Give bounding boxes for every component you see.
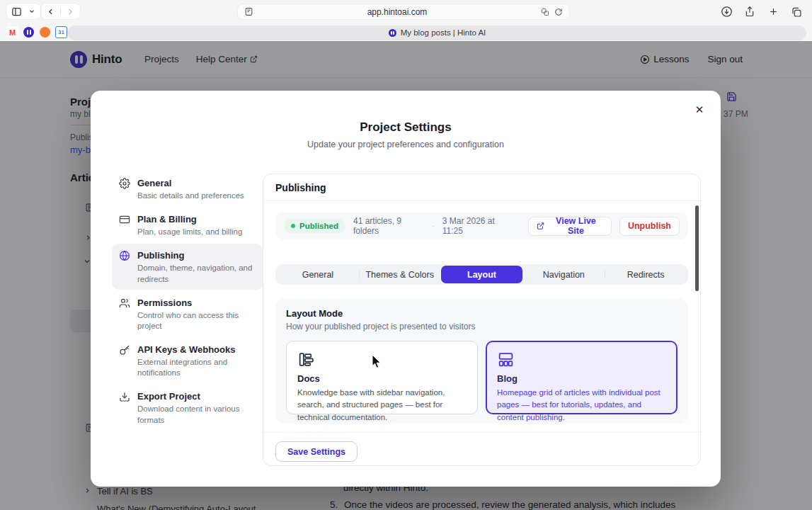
new-tab-icon[interactable] [765, 4, 782, 20]
tab-redirects[interactable]: Redirects [605, 266, 687, 283]
tab-title: My blog posts | Hinto AI [401, 28, 486, 37]
nav-item-label: Publishing [137, 250, 184, 261]
history-nav-group [41, 4, 80, 19]
nav-item-label: API Keys & Webhooks [137, 344, 235, 355]
tab-themes-colors[interactable]: Themes & Colors [359, 266, 441, 283]
nav-item-label: Permissions [137, 298, 192, 308]
nav-item-desc: Download content in various formats [137, 404, 256, 425]
blog-grid-icon [497, 351, 666, 368]
tab-general[interactable]: General [277, 266, 359, 283]
reload-icon[interactable] [554, 8, 563, 16]
active-tab[interactable]: My blog posts | Hinto AI [68, 26, 806, 40]
unpublish-label: Unpublish [628, 221, 671, 231]
tab-favicon-hinto [389, 29, 396, 37]
option-desc: Knowledge base with sidebar navigation, … [297, 387, 467, 424]
modal-title: Project Settings [91, 120, 721, 135]
nav-item-label: Export Project [137, 391, 200, 402]
browser-window: app.hintoai.com M [0, 0, 812, 510]
nav-item-desc: Domain, theme, navigation, and redirects [137, 263, 256, 284]
settings-nav: General Basic details and preferences Pl… [112, 171, 263, 432]
layout-option-docs[interactable]: Docs Knowledge base with sidebar navigat… [286, 341, 478, 414]
gear-icon [119, 178, 130, 189]
settings-nav-export[interactable]: Export Project Download content in vario… [112, 385, 263, 430]
layout-option-blog[interactable]: Blog Homepage grid of articles with indi… [486, 341, 677, 414]
publishing-tabs: General Themes & Colors Layout Navigatio… [275, 264, 688, 285]
publish-status-row: Published 41 articles, 9 folders · 3 Mar… [275, 212, 688, 239]
back-icon[interactable] [41, 4, 60, 19]
users-icon [119, 298, 130, 309]
pinned-tab-hinto-icon[interactable] [23, 26, 35, 38]
docs-layout-icon [297, 351, 467, 368]
download-icon [119, 391, 130, 402]
settings-nav-publishing[interactable]: Publishing Domain, theme, navigation, an… [112, 244, 263, 289]
unpublish-button[interactable]: Unpublish [619, 217, 680, 236]
credit-card-icon [119, 214, 130, 225]
panel-divider [263, 432, 700, 433]
browser-toolbar: app.hintoai.com [0, 0, 812, 23]
settings-nav-general[interactable]: General Basic details and preferences [112, 171, 263, 206]
meta-separator: · [432, 221, 435, 231]
globe-icon [119, 250, 130, 261]
scrollbar-thumb[interactable] [695, 205, 699, 291]
tab-strip: M 31 My blog posts | Hinto AI [0, 23, 812, 41]
panel-heading: Publishing [263, 174, 700, 201]
view-live-site-label: View Live Site [549, 216, 603, 236]
nav-item-desc: Control who can access this project [137, 310, 256, 332]
option-title: Blog [497, 373, 666, 384]
status-badge: Published [284, 219, 345, 233]
key-icon [119, 344, 130, 356]
tab-navigation[interactable]: Navigation [522, 266, 605, 283]
nav-item-label: General [137, 178, 171, 188]
reader-icon[interactable] [244, 7, 253, 16]
pinned-tab-orange-icon[interactable] [39, 26, 51, 38]
close-icon[interactable]: ✕ [692, 102, 707, 118]
translate-icon[interactable] [541, 8, 549, 16]
sidebar-toggle-group [6, 4, 40, 19]
modal-subtitle: Update your project preferences and conf… [91, 140, 721, 149]
settings-nav-plan-billing[interactable]: Plan & Billing Plan, usage limits, and b… [112, 208, 263, 242]
nav-item-desc: External integrations and notifications [137, 357, 256, 378]
option-desc: Homepage grid of articles with individua… [497, 387, 666, 424]
project-settings-modal: ✕ Project Settings Update your project p… [91, 91, 721, 487]
forward-icon[interactable] [61, 4, 80, 19]
nav-item-label: Plan & Billing [137, 214, 197, 225]
pinned-tab-calendar-icon[interactable]: 31 [55, 26, 67, 38]
settings-nav-api-keys[interactable]: API Keys & Webhooks External integration… [112, 338, 263, 383]
chevron-down-icon[interactable] [27, 4, 40, 19]
layout-mode-subtitle: How your published project is presented … [286, 322, 677, 332]
publishing-panel: Publishing Published 41 articles, 9 fold… [263, 174, 701, 466]
layout-mode-section: Layout Mode How your published project i… [275, 299, 688, 424]
settings-nav-permissions[interactable]: Permissions Control who can access this … [112, 291, 263, 336]
layout-mode-title: Layout Mode [286, 308, 677, 319]
downloads-icon[interactable] [718, 4, 735, 20]
tab-layout[interactable]: Layout [441, 266, 523, 283]
toolbar-right-group [718, 4, 805, 20]
external-link-icon [537, 222, 544, 230]
status-dot [291, 224, 295, 228]
nav-item-desc: Basic details and preferences [137, 191, 244, 201]
save-settings-button[interactable]: Save Settings [275, 441, 358, 462]
tab-overview-icon[interactable] [788, 4, 805, 20]
view-live-site-button[interactable]: View Live Site [528, 217, 612, 236]
status-badge-label: Published [299, 222, 338, 230]
pinned-tab-gmail-icon[interactable]: M [6, 26, 18, 38]
url-text[interactable]: app.hintoai.com [253, 7, 541, 17]
option-title: Docs [297, 373, 467, 384]
article-counts: 41 articles, 9 folders [353, 216, 424, 236]
share-icon[interactable] [741, 4, 758, 20]
publish-timestamp: 3 Mar 2026 at 11:25 [442, 216, 513, 236]
nav-item-desc: Plan, usage limits, and billing [137, 227, 242, 237]
address-bar[interactable]: app.hintoai.com [237, 4, 570, 20]
tab-sidebar-icon[interactable] [6, 4, 27, 19]
